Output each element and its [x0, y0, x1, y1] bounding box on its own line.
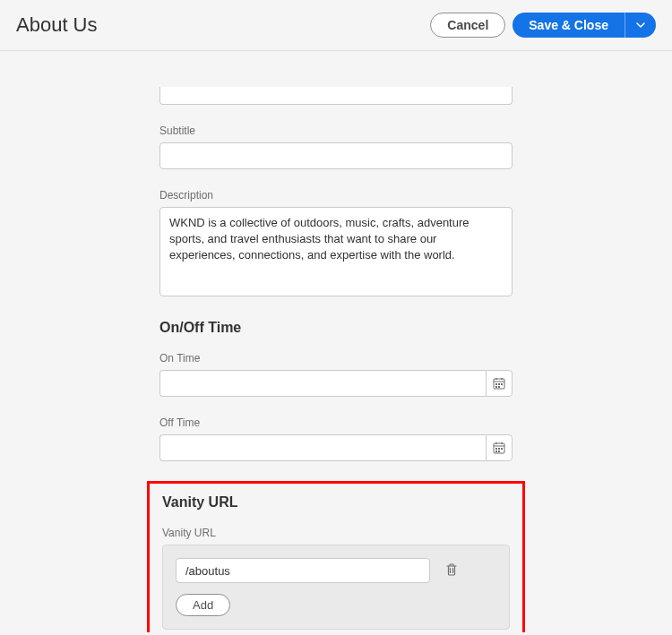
description-textarea[interactable]: WKND is a collective of outdoors, music,… [159, 207, 513, 296]
vanity-url-label: Vanity URL [162, 527, 510, 539]
on-time-input[interactable] [159, 370, 486, 397]
vanity-url-section: Vanity URL Vanity URL Add Redirect Vanit… [147, 481, 525, 632]
on-time-calendar-button[interactable] [486, 370, 513, 397]
svg-rect-14 [498, 448, 500, 450]
off-time-input[interactable] [159, 434, 486, 461]
svg-rect-16 [495, 451, 497, 452]
subtitle-input[interactable] [159, 142, 513, 169]
calendar-icon [492, 376, 506, 390]
vanity-url-row [176, 558, 496, 583]
off-time-calendar-button[interactable] [486, 434, 513, 461]
save-close-button[interactable]: Save & Close [513, 13, 625, 38]
on-time-label: On Time [159, 352, 513, 365]
svg-rect-17 [498, 451, 500, 452]
on-time-row [159, 370, 513, 397]
vanity-url-input[interactable] [176, 558, 430, 583]
chevron-down-icon [636, 22, 645, 28]
svg-rect-7 [495, 386, 497, 388]
svg-rect-4 [495, 383, 497, 385]
vanity-add-button[interactable]: Add [176, 594, 230, 616]
previous-field-partial[interactable] [159, 87, 513, 105]
page-header: About Us Cancel Save & Close [0, 0, 672, 51]
svg-rect-13 [495, 448, 497, 450]
vanity-heading: Vanity URL [162, 494, 510, 511]
subtitle-label: Subtitle [159, 124, 513, 137]
form-area: Subtitle Description WKND is a collectiv… [159, 51, 513, 632]
content-area: Subtitle Description WKND is a collectiv… [0, 51, 672, 632]
svg-rect-5 [498, 383, 500, 385]
description-label: Description [159, 189, 513, 202]
header-actions: Cancel Save & Close [430, 13, 656, 38]
svg-rect-6 [501, 383, 503, 385]
svg-rect-8 [498, 386, 500, 388]
save-button-group: Save & Close [513, 13, 656, 38]
vanity-url-delete-button[interactable] [443, 561, 461, 581]
off-time-label: Off Time [159, 416, 513, 429]
svg-rect-15 [501, 448, 503, 450]
cancel-button[interactable]: Cancel [430, 13, 505, 38]
off-time-row [159, 434, 513, 461]
onoff-heading: On/Off Time [159, 320, 513, 336]
vanity-multifield: Add [162, 545, 510, 630]
calendar-icon [492, 441, 506, 455]
save-dropdown-button[interactable] [625, 13, 656, 38]
page-title: About Us [16, 13, 98, 37]
trash-icon [444, 562, 459, 577]
